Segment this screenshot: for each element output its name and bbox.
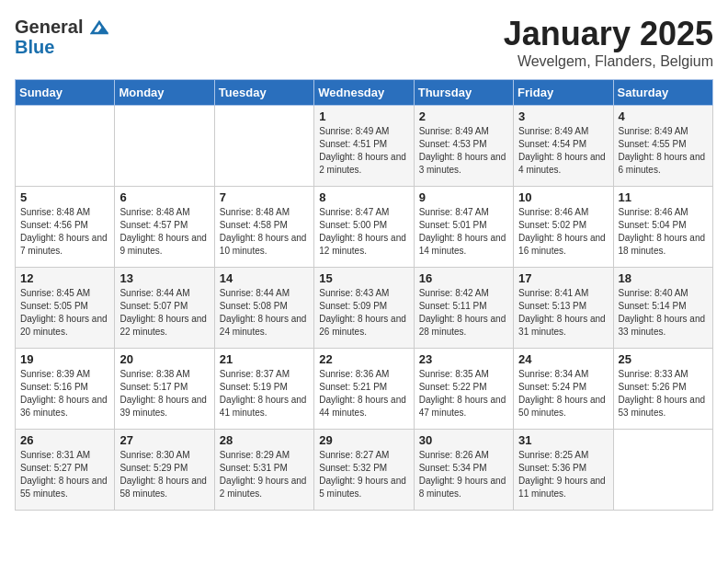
calendar-cell: 6Sunrise: 8:48 AM Sunset: 4:57 PM Daylig…	[115, 187, 214, 268]
day-number: 4	[619, 109, 708, 123]
calendar-cell: 10Sunrise: 8:46 AM Sunset: 5:02 PM Dayli…	[514, 187, 613, 268]
calendar-cell: 29Sunrise: 8:27 AM Sunset: 5:32 PM Dayli…	[314, 430, 414, 511]
weekday-header-row: SundayMondayTuesdayWednesdayThursdayFrid…	[16, 80, 713, 106]
calendar-cell: 18Sunrise: 8:40 AM Sunset: 5:14 PM Dayli…	[613, 268, 712, 349]
calendar-cell: 23Sunrise: 8:35 AM Sunset: 5:22 PM Dayli…	[414, 349, 513, 430]
calendar-cell: 15Sunrise: 8:43 AM Sunset: 5:09 PM Dayli…	[314, 268, 414, 349]
calendar-week-3: 12Sunrise: 8:45 AM Sunset: 5:05 PM Dayli…	[16, 268, 713, 349]
day-number: 6	[119, 190, 209, 204]
weekday-header-thursday: Thursday	[414, 80, 513, 106]
day-number: 24	[518, 352, 608, 366]
day-number: 22	[319, 352, 408, 366]
calendar-week-4: 19Sunrise: 8:39 AM Sunset: 5:16 PM Dayli…	[16, 349, 713, 430]
day-info: Sunrise: 8:37 AM Sunset: 5:19 PM Dayligh…	[220, 368, 309, 419]
day-number: 23	[419, 352, 508, 366]
weekday-header-sunday: Sunday	[16, 80, 115, 106]
calendar-cell: 11Sunrise: 8:46 AM Sunset: 5:04 PM Dayli…	[613, 187, 712, 268]
calendar-cell: 1Sunrise: 8:49 AM Sunset: 4:51 PM Daylig…	[314, 106, 414, 187]
day-info: Sunrise: 8:33 AM Sunset: 5:26 PM Dayligh…	[619, 368, 708, 419]
day-info: Sunrise: 8:44 AM Sunset: 5:08 PM Dayligh…	[220, 287, 309, 339]
day-info: Sunrise: 8:31 AM Sunset: 5:27 PM Dayligh…	[20, 449, 109, 500]
day-info: Sunrise: 8:49 AM Sunset: 4:55 PM Dayligh…	[619, 125, 708, 177]
calendar-table: SundayMondayTuesdayWednesdayThursdayFrid…	[15, 79, 713, 511]
day-info: Sunrise: 8:25 AM Sunset: 5:36 PM Dayligh…	[518, 449, 608, 500]
day-number: 19	[20, 352, 109, 366]
day-info: Sunrise: 8:39 AM Sunset: 5:16 PM Dayligh…	[20, 368, 109, 419]
calendar-week-2: 5Sunrise: 8:48 AM Sunset: 4:56 PM Daylig…	[16, 187, 713, 268]
calendar-cell: 21Sunrise: 8:37 AM Sunset: 5:19 PM Dayli…	[214, 349, 313, 430]
calendar-cell	[16, 106, 115, 187]
location-title: Wevelgem, Flanders, Belgium	[504, 53, 713, 70]
day-info: Sunrise: 8:49 AM Sunset: 4:51 PM Dayligh…	[319, 125, 408, 177]
day-info: Sunrise: 8:41 AM Sunset: 5:13 PM Dayligh…	[518, 287, 608, 339]
day-info: Sunrise: 8:36 AM Sunset: 5:21 PM Dayligh…	[319, 368, 408, 419]
day-info: Sunrise: 8:48 AM Sunset: 4:57 PM Dayligh…	[119, 206, 209, 258]
day-number: 13	[119, 271, 209, 285]
calendar-cell: 22Sunrise: 8:36 AM Sunset: 5:21 PM Dayli…	[314, 349, 414, 430]
day-number: 27	[119, 433, 209, 447]
calendar-cell: 30Sunrise: 8:26 AM Sunset: 5:34 PM Dayli…	[414, 430, 513, 511]
weekday-header-wednesday: Wednesday	[314, 80, 414, 106]
calendar-cell: 26Sunrise: 8:31 AM Sunset: 5:27 PM Dayli…	[16, 430, 115, 511]
day-number: 21	[220, 352, 309, 366]
day-number: 12	[20, 271, 109, 285]
day-number: 7	[220, 190, 309, 204]
day-info: Sunrise: 8:27 AM Sunset: 5:32 PM Dayligh…	[319, 449, 408, 500]
logo: General Blue	[15, 15, 108, 58]
calendar-cell: 5Sunrise: 8:48 AM Sunset: 4:56 PM Daylig…	[16, 187, 115, 268]
day-info: Sunrise: 8:29 AM Sunset: 5:31 PM Dayligh…	[220, 449, 309, 500]
logo-blue: Blue	[15, 37, 54, 58]
day-number: 31	[518, 433, 608, 447]
day-number: 10	[518, 190, 608, 204]
day-info: Sunrise: 8:40 AM Sunset: 5:14 PM Dayligh…	[619, 287, 708, 339]
day-number: 3	[518, 109, 608, 123]
day-number: 20	[119, 352, 209, 366]
day-number: 5	[20, 190, 109, 204]
day-info: Sunrise: 8:38 AM Sunset: 5:17 PM Dayligh…	[119, 368, 209, 419]
calendar-body: 1Sunrise: 8:49 AM Sunset: 4:51 PM Daylig…	[16, 106, 713, 511]
calendar-cell: 4Sunrise: 8:49 AM Sunset: 4:55 PM Daylig…	[613, 106, 712, 187]
day-number: 14	[220, 271, 309, 285]
day-number: 25	[619, 352, 708, 366]
month-title: January 2025	[504, 15, 713, 53]
svg-marker-1	[97, 26, 108, 33]
day-number: 28	[220, 433, 309, 447]
calendar-cell	[115, 106, 214, 187]
day-info: Sunrise: 8:48 AM Sunset: 4:56 PM Dayligh…	[20, 206, 109, 258]
weekday-header-tuesday: Tuesday	[214, 80, 313, 106]
calendar-cell	[214, 106, 313, 187]
calendar-cell: 9Sunrise: 8:47 AM Sunset: 5:01 PM Daylig…	[414, 187, 513, 268]
day-info: Sunrise: 8:30 AM Sunset: 5:29 PM Dayligh…	[119, 449, 209, 500]
calendar-cell: 17Sunrise: 8:41 AM Sunset: 5:13 PM Dayli…	[514, 268, 613, 349]
day-info: Sunrise: 8:45 AM Sunset: 5:05 PM Dayligh…	[20, 287, 109, 339]
day-info: Sunrise: 8:34 AM Sunset: 5:24 PM Dayligh…	[518, 368, 608, 419]
weekday-header-saturday: Saturday	[613, 80, 712, 106]
day-info: Sunrise: 8:48 AM Sunset: 4:58 PM Dayligh…	[220, 206, 309, 258]
day-number: 9	[419, 190, 508, 204]
day-info: Sunrise: 8:47 AM Sunset: 5:00 PM Dayligh…	[319, 206, 408, 258]
day-number: 30	[419, 433, 508, 447]
day-info: Sunrise: 8:49 AM Sunset: 4:53 PM Dayligh…	[419, 125, 508, 177]
calendar-cell: 8Sunrise: 8:47 AM Sunset: 5:00 PM Daylig…	[314, 187, 414, 268]
day-info: Sunrise: 8:44 AM Sunset: 5:07 PM Dayligh…	[119, 287, 209, 339]
day-info: Sunrise: 8:49 AM Sunset: 4:54 PM Dayligh…	[518, 125, 608, 177]
calendar-cell: 2Sunrise: 8:49 AM Sunset: 4:53 PM Daylig…	[414, 106, 513, 187]
day-info: Sunrise: 8:43 AM Sunset: 5:09 PM Dayligh…	[319, 287, 408, 339]
calendar-cell: 7Sunrise: 8:48 AM Sunset: 4:58 PM Daylig…	[214, 187, 313, 268]
title-area: January 2025 Wevelgem, Flanders, Belgium	[504, 15, 713, 70]
day-info: Sunrise: 8:42 AM Sunset: 5:11 PM Dayligh…	[419, 287, 508, 339]
calendar-cell: 31Sunrise: 8:25 AM Sunset: 5:36 PM Dayli…	[514, 430, 613, 511]
header: General Blue January 2025 Wevelgem, Flan…	[15, 15, 713, 70]
day-number: 16	[419, 271, 508, 285]
calendar-cell: 19Sunrise: 8:39 AM Sunset: 5:16 PM Dayli…	[16, 349, 115, 430]
calendar-cell: 16Sunrise: 8:42 AM Sunset: 5:11 PM Dayli…	[414, 268, 513, 349]
day-number: 17	[518, 271, 608, 285]
day-number: 2	[419, 109, 508, 123]
day-number: 1	[319, 109, 408, 123]
logo-general: General	[15, 15, 108, 39]
day-number: 11	[619, 190, 708, 204]
day-number: 8	[319, 190, 408, 204]
day-number: 18	[619, 271, 708, 285]
calendar-cell: 24Sunrise: 8:34 AM Sunset: 5:24 PM Dayli…	[514, 349, 613, 430]
calendar-cell: 27Sunrise: 8:30 AM Sunset: 5:29 PM Dayli…	[115, 430, 214, 511]
